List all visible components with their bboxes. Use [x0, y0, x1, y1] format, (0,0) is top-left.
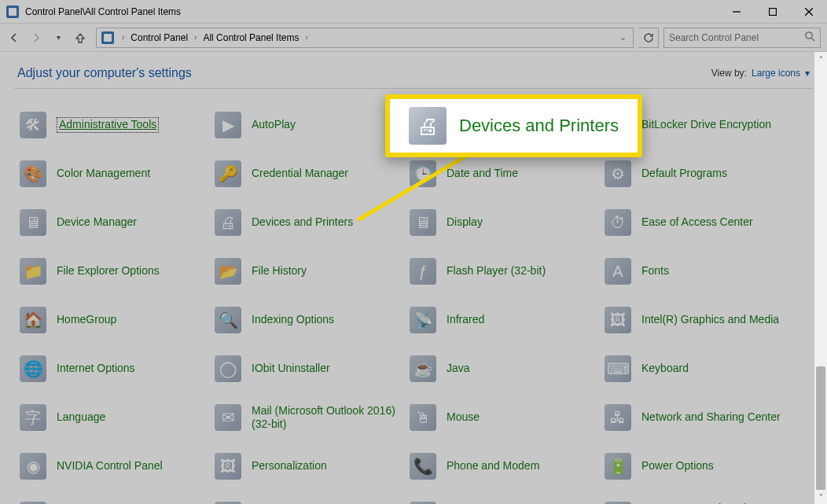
search-input[interactable]: [669, 32, 804, 43]
refresh-button[interactable]: [638, 28, 659, 48]
item-label: Fonts: [641, 264, 669, 278]
window-title: Control Panel\All Control Panel Items: [25, 6, 181, 17]
item-icon: ◉: [17, 451, 49, 482]
control-panel-item[interactable]: ✉Mail (Microsoft Outlook 2016) (32-bit): [209, 400, 404, 435]
up-button[interactable]: [71, 28, 90, 47]
item-label: Backup and Restore (Windows 7): [447, 112, 596, 139]
item-icon: ☕: [407, 353, 439, 384]
item-icon: 🛠: [17, 109, 49, 141]
item-label: Keyboard: [641, 362, 689, 376]
item-icon: 📞: [407, 451, 439, 482]
control-panel-item[interactable]: ⏱Ease of Access Center: [599, 205, 794, 240]
minimize-button[interactable]: [719, 0, 755, 24]
control-panel-item[interactable]: 🌍Region: [404, 498, 599, 504]
recent-locations-button[interactable]: ▾: [49, 28, 68, 47]
item-icon: 🔋: [602, 451, 634, 482]
item-icon: 🖼: [212, 451, 244, 482]
item-label: RemoteApp and Desktop Connections: [641, 502, 791, 505]
control-panel-item[interactable]: 📦Programs and Features: [14, 498, 209, 504]
svg-rect-3: [770, 8, 777, 15]
item-label: Language: [57, 410, 105, 425]
control-panel-item[interactable]: 📁File Explorer Options: [14, 254, 209, 289]
search-box[interactable]: [663, 28, 821, 48]
control-panel-item[interactable]: 🔍Indexing Options: [209, 303, 404, 337]
item-icon: ▶: [212, 109, 244, 141]
item-label: Network and Sharing Center: [641, 410, 781, 425]
control-panel-item[interactable]: 🔑Credential Manager: [209, 156, 404, 191]
control-panel-item[interactable]: 🖨Devices and Printers: [209, 205, 404, 240]
view-by-control[interactable]: View by: Large icons ▾: [711, 68, 810, 79]
item-icon: 🏠: [17, 304, 49, 336]
control-panel-item[interactable]: 🎨Color Management: [14, 156, 209, 191]
breadcrumb[interactable]: › Control Panel › All Control Panel Item…: [96, 28, 634, 48]
control-panel-item[interactable]: 字Language: [14, 400, 209, 435]
control-panel-item[interactable]: 🖧Network and Sharing Center: [599, 400, 794, 435]
breadcrumb-root[interactable]: Control Panel: [127, 32, 191, 43]
item-icon: 🖱: [407, 402, 439, 433]
control-panel-item[interactable]: 🏠HomeGroup: [14, 303, 209, 337]
breadcrumb-current[interactable]: All Control Panel Items: [200, 32, 302, 43]
vertical-scrollbar[interactable]: ˄ ˅: [814, 52, 827, 504]
control-panel-item[interactable]: 🕒Date and Time: [404, 156, 599, 191]
view-by-value[interactable]: Large icons: [752, 68, 800, 79]
control-panel-item[interactable]: 📂File History: [209, 254, 404, 289]
control-panel-item[interactable]: 🔒BitLocker Drive Encryption: [599, 108, 794, 142]
control-panel-item[interactable]: 💾Backup and Restore (Windows 7): [404, 108, 599, 142]
item-icon: 📂: [212, 256, 244, 287]
control-panel-item[interactable]: ↺Recovery: [209, 498, 404, 504]
back-button[interactable]: [5, 28, 24, 47]
control-panel-item[interactable]: 🖱Mouse: [404, 400, 599, 435]
item-icon: 💾: [407, 109, 439, 141]
item-icon: A: [602, 256, 634, 287]
control-panel-item[interactable]: 🖥RemoteApp and Desktop Connections: [599, 498, 794, 504]
scroll-thumb[interactable]: [816, 366, 825, 492]
location-icon: [100, 30, 116, 46]
svg-point-8: [806, 32, 812, 39]
control-panel-item[interactable]: 🖥Display: [404, 205, 599, 240]
item-label: Device Manager: [57, 215, 137, 230]
close-button[interactable]: [791, 0, 827, 24]
control-panel-item[interactable]: ◯IObit Uninstaller: [209, 351, 404, 386]
chevron-down-icon: ▾: [805, 68, 810, 79]
control-panel-item[interactable]: 🌐Internet Options: [14, 351, 209, 386]
scroll-down-icon[interactable]: ˅: [814, 490, 827, 504]
item-label: Flash Player (32-bit): [447, 264, 546, 278]
control-panel-item[interactable]: ▶AutoPlay: [209, 108, 404, 142]
item-label: HomeGroup: [57, 313, 116, 327]
item-label: AutoPlay: [252, 118, 296, 132]
control-panel-item[interactable]: ◉NVIDIA Control Panel: [14, 449, 209, 484]
item-icon: 🔍: [212, 304, 244, 336]
item-label: NVIDIA Control Panel: [57, 459, 163, 473]
control-panel-item[interactable]: 📞Phone and Modem: [404, 449, 599, 484]
item-label: Java: [447, 362, 470, 376]
chevron-down-icon[interactable]: ⌄: [619, 32, 630, 42]
item-icon: 🖧: [602, 402, 634, 433]
control-panel-item[interactable]: 🛠Administrative Tools: [14, 108, 209, 142]
control-panel-item[interactable]: ⌨Keyboard: [599, 351, 794, 386]
item-label: Mail (Microsoft Outlook 2016) (32-bit): [252, 404, 401, 432]
item-icon: 📦: [17, 499, 49, 504]
control-panel-item[interactable]: ⚙Default Programs: [599, 156, 794, 191]
item-icon: ◯: [212, 353, 244, 384]
control-panel-item[interactable]: AFonts: [599, 254, 794, 289]
item-icon: 🔑: [212, 158, 244, 189]
maximize-button[interactable]: [755, 0, 791, 24]
item-label: Devices and Printers: [252, 215, 353, 230]
item-icon: 🎨: [17, 158, 49, 189]
item-icon: 🖥: [17, 207, 49, 238]
control-panel-item[interactable]: 🖼Intel(R) Graphics and Media: [599, 303, 794, 337]
item-icon: ƒ: [407, 256, 439, 287]
control-panel-item[interactable]: 📡Infrared: [404, 303, 599, 337]
control-panel-item[interactable]: 🖥Device Manager: [14, 205, 209, 240]
control-panel-item[interactable]: 🖼Personalization: [209, 449, 404, 484]
control-panel-item[interactable]: 🔋Power Options: [599, 449, 794, 484]
scroll-up-icon[interactable]: ˄: [814, 52, 827, 66]
item-label: File Explorer Options: [57, 264, 160, 278]
item-label: Credential Manager: [252, 167, 348, 181]
view-by-label: View by:: [711, 68, 747, 79]
chevron-right-icon: ›: [191, 33, 200, 42]
items-grid: 🛠Administrative Tools▶AutoPlay💾Backup an…: [0, 89, 827, 504]
control-panel-item[interactable]: ƒFlash Player (32-bit): [404, 254, 599, 289]
control-panel-item[interactable]: ☕Java: [404, 351, 599, 386]
forward-button[interactable]: [27, 28, 46, 47]
